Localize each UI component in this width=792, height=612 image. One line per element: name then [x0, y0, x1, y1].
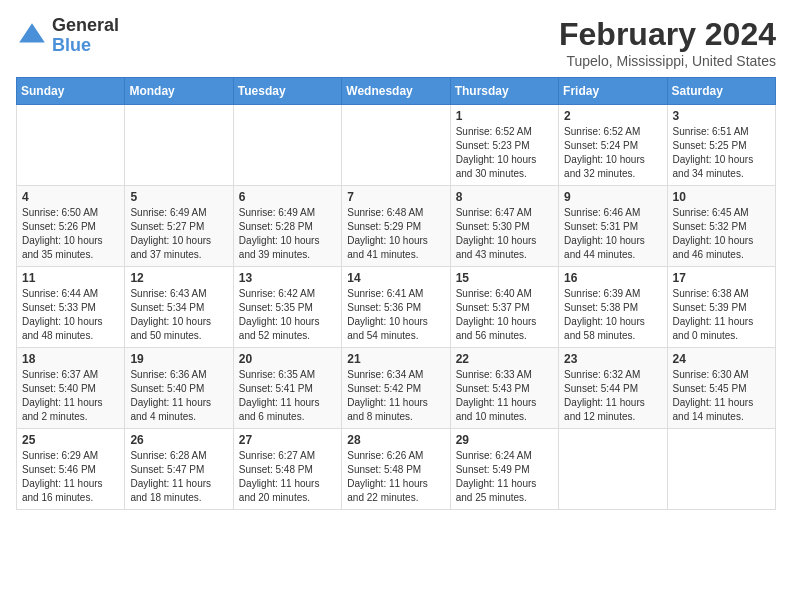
calendar-week-row: 1Sunrise: 6:52 AM Sunset: 5:23 PM Daylig…	[17, 105, 776, 186]
calendar-day-cell	[125, 105, 233, 186]
day-info: Sunrise: 6:29 AM Sunset: 5:46 PM Dayligh…	[22, 449, 119, 505]
day-info: Sunrise: 6:43 AM Sunset: 5:34 PM Dayligh…	[130, 287, 227, 343]
day-info: Sunrise: 6:37 AM Sunset: 5:40 PM Dayligh…	[22, 368, 119, 424]
day-info: Sunrise: 6:49 AM Sunset: 5:28 PM Dayligh…	[239, 206, 336, 262]
calendar-day-cell: 4Sunrise: 6:50 AM Sunset: 5:26 PM Daylig…	[17, 186, 125, 267]
day-number: 29	[456, 433, 553, 447]
day-number: 8	[456, 190, 553, 204]
page-header: General Blue February 2024 Tupelo, Missi…	[16, 16, 776, 69]
calendar-day-cell: 16Sunrise: 6:39 AM Sunset: 5:38 PM Dayli…	[559, 267, 667, 348]
day-number: 5	[130, 190, 227, 204]
day-number: 10	[673, 190, 770, 204]
day-info: Sunrise: 6:38 AM Sunset: 5:39 PM Dayligh…	[673, 287, 770, 343]
location-text: Tupelo, Mississippi, United States	[559, 53, 776, 69]
logo-icon	[16, 20, 48, 52]
day-info: Sunrise: 6:46 AM Sunset: 5:31 PM Dayligh…	[564, 206, 661, 262]
day-info: Sunrise: 6:49 AM Sunset: 5:27 PM Dayligh…	[130, 206, 227, 262]
day-info: Sunrise: 6:36 AM Sunset: 5:40 PM Dayligh…	[130, 368, 227, 424]
day-number: 4	[22, 190, 119, 204]
day-number: 22	[456, 352, 553, 366]
month-title: February 2024	[559, 16, 776, 53]
calendar-day-cell: 29Sunrise: 6:24 AM Sunset: 5:49 PM Dayli…	[450, 429, 558, 510]
day-info: Sunrise: 6:35 AM Sunset: 5:41 PM Dayligh…	[239, 368, 336, 424]
calendar-day-cell: 6Sunrise: 6:49 AM Sunset: 5:28 PM Daylig…	[233, 186, 341, 267]
calendar-week-row: 4Sunrise: 6:50 AM Sunset: 5:26 PM Daylig…	[17, 186, 776, 267]
calendar-day-cell: 17Sunrise: 6:38 AM Sunset: 5:39 PM Dayli…	[667, 267, 775, 348]
calendar-day-cell: 9Sunrise: 6:46 AM Sunset: 5:31 PM Daylig…	[559, 186, 667, 267]
day-of-week-header: Thursday	[450, 78, 558, 105]
calendar-day-cell: 11Sunrise: 6:44 AM Sunset: 5:33 PM Dayli…	[17, 267, 125, 348]
day-number: 28	[347, 433, 444, 447]
calendar-day-cell: 28Sunrise: 6:26 AM Sunset: 5:48 PM Dayli…	[342, 429, 450, 510]
logo-text: General Blue	[52, 16, 119, 56]
day-info: Sunrise: 6:28 AM Sunset: 5:47 PM Dayligh…	[130, 449, 227, 505]
day-info: Sunrise: 6:32 AM Sunset: 5:44 PM Dayligh…	[564, 368, 661, 424]
day-number: 25	[22, 433, 119, 447]
day-number: 2	[564, 109, 661, 123]
calendar-day-cell: 7Sunrise: 6:48 AM Sunset: 5:29 PM Daylig…	[342, 186, 450, 267]
svg-marker-0	[19, 23, 45, 42]
day-info: Sunrise: 6:41 AM Sunset: 5:36 PM Dayligh…	[347, 287, 444, 343]
calendar-day-cell: 26Sunrise: 6:28 AM Sunset: 5:47 PM Dayli…	[125, 429, 233, 510]
calendar-day-cell	[342, 105, 450, 186]
day-info: Sunrise: 6:48 AM Sunset: 5:29 PM Dayligh…	[347, 206, 444, 262]
calendar-header-row: SundayMondayTuesdayWednesdayThursdayFrid…	[17, 78, 776, 105]
day-of-week-header: Wednesday	[342, 78, 450, 105]
day-number: 1	[456, 109, 553, 123]
day-info: Sunrise: 6:44 AM Sunset: 5:33 PM Dayligh…	[22, 287, 119, 343]
day-number: 14	[347, 271, 444, 285]
calendar-day-cell: 13Sunrise: 6:42 AM Sunset: 5:35 PM Dayli…	[233, 267, 341, 348]
day-number: 11	[22, 271, 119, 285]
calendar-day-cell: 20Sunrise: 6:35 AM Sunset: 5:41 PM Dayli…	[233, 348, 341, 429]
day-info: Sunrise: 6:34 AM Sunset: 5:42 PM Dayligh…	[347, 368, 444, 424]
day-number: 20	[239, 352, 336, 366]
calendar-week-row: 25Sunrise: 6:29 AM Sunset: 5:46 PM Dayli…	[17, 429, 776, 510]
calendar-day-cell	[17, 105, 125, 186]
day-number: 19	[130, 352, 227, 366]
calendar-day-cell: 10Sunrise: 6:45 AM Sunset: 5:32 PM Dayli…	[667, 186, 775, 267]
calendar-day-cell: 24Sunrise: 6:30 AM Sunset: 5:45 PM Dayli…	[667, 348, 775, 429]
calendar-day-cell: 22Sunrise: 6:33 AM Sunset: 5:43 PM Dayli…	[450, 348, 558, 429]
day-of-week-header: Friday	[559, 78, 667, 105]
day-info: Sunrise: 6:52 AM Sunset: 5:24 PM Dayligh…	[564, 125, 661, 181]
day-info: Sunrise: 6:50 AM Sunset: 5:26 PM Dayligh…	[22, 206, 119, 262]
calendar-day-cell: 23Sunrise: 6:32 AM Sunset: 5:44 PM Dayli…	[559, 348, 667, 429]
day-info: Sunrise: 6:33 AM Sunset: 5:43 PM Dayligh…	[456, 368, 553, 424]
day-of-week-header: Tuesday	[233, 78, 341, 105]
calendar-day-cell	[667, 429, 775, 510]
calendar-day-cell	[233, 105, 341, 186]
day-number: 13	[239, 271, 336, 285]
day-info: Sunrise: 6:40 AM Sunset: 5:37 PM Dayligh…	[456, 287, 553, 343]
day-info: Sunrise: 6:45 AM Sunset: 5:32 PM Dayligh…	[673, 206, 770, 262]
calendar-day-cell: 3Sunrise: 6:51 AM Sunset: 5:25 PM Daylig…	[667, 105, 775, 186]
day-info: Sunrise: 6:42 AM Sunset: 5:35 PM Dayligh…	[239, 287, 336, 343]
calendar-day-cell: 1Sunrise: 6:52 AM Sunset: 5:23 PM Daylig…	[450, 105, 558, 186]
day-info: Sunrise: 6:39 AM Sunset: 5:38 PM Dayligh…	[564, 287, 661, 343]
logo-blue-text: Blue	[52, 36, 119, 56]
day-number: 3	[673, 109, 770, 123]
title-block: February 2024 Tupelo, Mississippi, Unite…	[559, 16, 776, 69]
calendar-day-cell: 2Sunrise: 6:52 AM Sunset: 5:24 PM Daylig…	[559, 105, 667, 186]
day-number: 23	[564, 352, 661, 366]
day-number: 17	[673, 271, 770, 285]
logo-general-text: General	[52, 16, 119, 36]
calendar-day-cell: 27Sunrise: 6:27 AM Sunset: 5:48 PM Dayli…	[233, 429, 341, 510]
day-number: 7	[347, 190, 444, 204]
calendar-day-cell: 14Sunrise: 6:41 AM Sunset: 5:36 PM Dayli…	[342, 267, 450, 348]
day-info: Sunrise: 6:30 AM Sunset: 5:45 PM Dayligh…	[673, 368, 770, 424]
calendar-day-cell: 8Sunrise: 6:47 AM Sunset: 5:30 PM Daylig…	[450, 186, 558, 267]
calendar-day-cell: 12Sunrise: 6:43 AM Sunset: 5:34 PM Dayli…	[125, 267, 233, 348]
logo: General Blue	[16, 16, 119, 56]
day-number: 16	[564, 271, 661, 285]
day-number: 15	[456, 271, 553, 285]
day-number: 21	[347, 352, 444, 366]
day-number: 18	[22, 352, 119, 366]
calendar-table: SundayMondayTuesdayWednesdayThursdayFrid…	[16, 77, 776, 510]
day-number: 27	[239, 433, 336, 447]
calendar-week-row: 11Sunrise: 6:44 AM Sunset: 5:33 PM Dayli…	[17, 267, 776, 348]
day-info: Sunrise: 6:26 AM Sunset: 5:48 PM Dayligh…	[347, 449, 444, 505]
calendar-day-cell: 5Sunrise: 6:49 AM Sunset: 5:27 PM Daylig…	[125, 186, 233, 267]
calendar-day-cell: 19Sunrise: 6:36 AM Sunset: 5:40 PM Dayli…	[125, 348, 233, 429]
day-info: Sunrise: 6:52 AM Sunset: 5:23 PM Dayligh…	[456, 125, 553, 181]
day-of-week-header: Sunday	[17, 78, 125, 105]
